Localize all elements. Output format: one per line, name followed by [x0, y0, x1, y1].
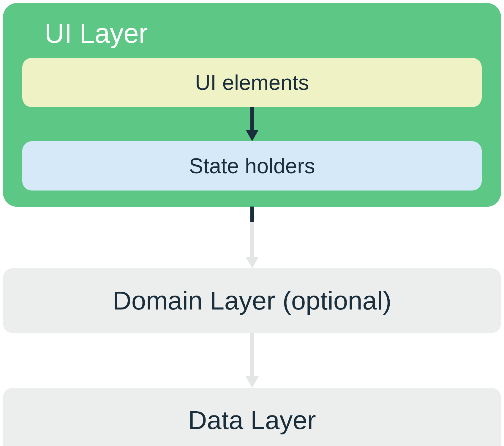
- svg-marker-1: [246, 130, 259, 141]
- arrow-down-icon: [243, 333, 261, 388]
- arrow-down-icon: [243, 222, 261, 268]
- state-holders-box: State holders: [22, 141, 482, 191]
- domain-layer-box: Domain Layer (optional): [3, 268, 501, 333]
- arrow-ui-to-domain: [243, 222, 261, 268]
- arrow-domain-to-data: [243, 333, 261, 388]
- ui-elements-box: UI elements: [22, 58, 482, 107]
- svg-marker-5: [246, 376, 259, 388]
- ui-layer-container: UI Layer UI elements State holders: [3, 3, 501, 207]
- data-layer-box: Data Layer: [3, 388, 501, 446]
- arrow-down-icon: [243, 107, 261, 141]
- ui-layer-title: UI Layer: [45, 18, 148, 49]
- arrow-ui-to-state: [243, 107, 261, 141]
- svg-marker-3: [246, 257, 259, 268]
- connector-line: [250, 207, 254, 223]
- architecture-diagram: UI Layer UI elements State holders Domai…: [3, 3, 501, 446]
